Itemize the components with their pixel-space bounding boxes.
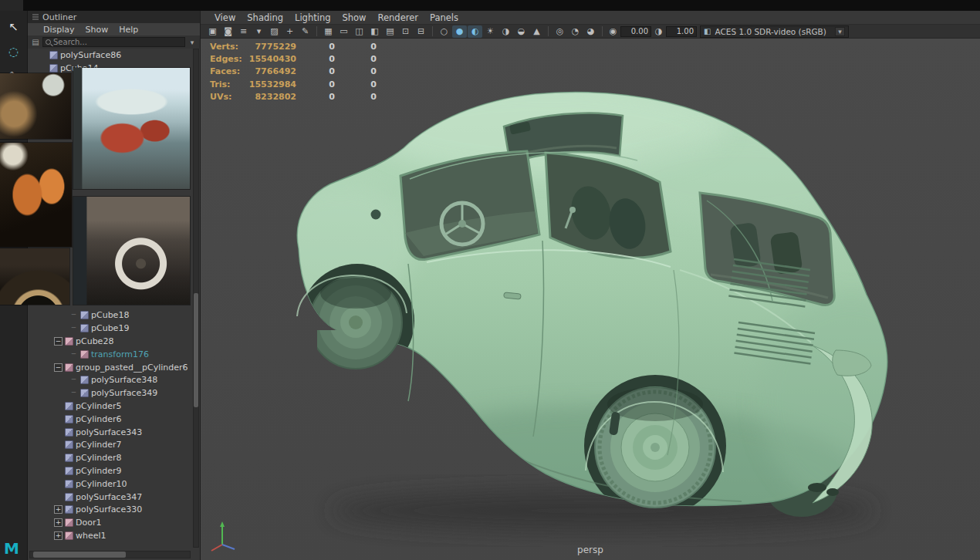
rear-wheel[interactable]	[595, 387, 715, 508]
viewport-toolbar: ▣◙≡▾▨+✎▦▭◫◧▤⊡⊟○●◐☀◑◒▲◎◔◕ ◉ ◑ ◧ ACES 1.0 …	[201, 25, 980, 39]
outliner-menu-show[interactable]: Show	[86, 25, 109, 35]
search-input[interactable]	[53, 38, 182, 46]
outliner-item-polySurface347[interactable]: polySurface347	[28, 491, 192, 504]
panel-grip-icon[interactable]	[32, 14, 39, 20]
mesh-node-icon	[65, 480, 73, 488]
outliner-item-group_pasted__pCylinder6[interactable]: −group_pasted__pCylinder6	[28, 361, 192, 374]
lock-camera-icon[interactable]: ◙	[221, 25, 235, 38]
front-wheel[interactable]	[309, 276, 402, 369]
reference-image-interior-1[interactable]	[0, 73, 71, 139]
expander-plus-icon[interactable]: +	[54, 531, 63, 540]
search-box[interactable]	[42, 37, 185, 47]
outliner-item-pCylinder9[interactable]: pCylinder9	[28, 464, 192, 477]
viewport-menu-lighting[interactable]: Lighting	[295, 12, 330, 23]
gamma-icon[interactable]: ◑	[651, 25, 666, 38]
outliner-menu-display[interactable]: Display	[43, 25, 75, 35]
outliner-item-label: polySurface347	[76, 492, 142, 502]
reference-image-steering-wheel[interactable]	[73, 197, 190, 305]
outliner-item-label: pCylinder5	[76, 401, 122, 411]
shaded-icon[interactable]: ●	[452, 25, 467, 38]
outliner-item-polySurface348[interactable]: ─polySurface348	[28, 374, 192, 387]
bookmarks-icon[interactable]: ▾	[252, 25, 266, 38]
outliner-item-polySurface343[interactable]: polySurface343	[28, 426, 192, 439]
outliner-item-label: pCube18	[91, 310, 129, 320]
wireframe-icon[interactable]: ○	[437, 25, 451, 38]
shadows-icon[interactable]: ◑	[498, 25, 513, 38]
gate-mask-icon[interactable]: ◧	[367, 25, 382, 38]
mesh-node-icon	[65, 467, 73, 475]
ambient-occlusion-icon[interactable]: ◒	[514, 25, 529, 38]
outliner-item-pCylinder8[interactable]: pCylinder8	[28, 451, 192, 464]
exposure-field[interactable]	[620, 26, 651, 37]
viewport-menu-shading[interactable]: Shading	[247, 12, 283, 23]
vertical-scroll-thumb[interactable]	[194, 293, 198, 407]
expander-minus-icon[interactable]: −	[54, 363, 63, 372]
outliner-item-polySurface86[interactable]: polySurface86	[28, 49, 192, 62]
film-gate-icon[interactable]: ▭	[336, 25, 351, 38]
hud-c2: 0	[296, 42, 335, 52]
isolate-select-icon[interactable]: ◎	[553, 25, 567, 38]
viewport-menu-show[interactable]: Show	[343, 12, 367, 23]
viewport-canvas[interactable]: Verts:777522900Edges:1554043000Faces:776…	[201, 39, 980, 560]
outliner-menu-help[interactable]: Help	[119, 25, 138, 35]
outliner-item-pCylinder5[interactable]: pCylinder5	[28, 400, 192, 413]
gamma-field[interactable]	[666, 26, 697, 37]
outliner-item-pCube19[interactable]: ─pCube19	[28, 322, 192, 335]
resolution-gate-icon[interactable]: ◫	[352, 25, 367, 38]
grease-pencil-icon[interactable]: ✎	[298, 25, 313, 38]
toolbar-separator	[432, 26, 433, 36]
chevron-down-icon[interactable]: ▾	[835, 27, 845, 36]
select-tool-icon[interactable]: ↖	[5, 19, 22, 35]
viewport-menu-panels[interactable]: Panels	[430, 12, 458, 23]
outliner-item-Door1[interactable]: +Door1	[28, 516, 192, 529]
exposure-icon[interactable]: ◉	[606, 25, 620, 38]
hud-total: 7775229	[245, 42, 296, 52]
outliner-item-wheel1[interactable]: +wheel1	[28, 529, 192, 542]
select-camera-icon[interactable]: ▣	[205, 25, 220, 38]
tree-connector: ─	[69, 350, 78, 359]
pan-zoom-icon[interactable]: +	[282, 25, 297, 38]
viewport-menu-renderer[interactable]: Renderer	[378, 12, 419, 23]
xray-icon[interactable]: ◔	[568, 25, 583, 38]
use-all-lights-icon[interactable]: ☀	[483, 25, 498, 38]
outliner-horizontal-scrollbar[interactable]	[29, 551, 191, 558]
textured-icon[interactable]: ◐	[468, 25, 482, 38]
hud-row-uvs: UVs:823280200	[210, 91, 377, 103]
outliner-item-pCylinder6[interactable]: pCylinder6	[28, 413, 192, 426]
filter-icon[interactable]: ▤	[31, 38, 40, 46]
grid-icon[interactable]: ▦	[321, 25, 336, 38]
search-options-caret-icon[interactable]: ▾	[188, 39, 197, 46]
outliner-item-pCube28[interactable]: −pCube28	[28, 335, 192, 348]
reference-image-orange-interior[interactable]	[0, 143, 72, 247]
xray-joints-icon[interactable]: ◕	[583, 25, 598, 38]
field-chart-icon[interactable]: ▤	[383, 25, 397, 38]
view-transform-dropdown[interactable]: ◧ ACES 1.0 SDR-video (sRGB) ▾	[700, 25, 849, 38]
expander-minus-icon[interactable]: −	[54, 337, 63, 346]
outliner-item-polySurface349[interactable]: ─polySurface349	[28, 386, 192, 400]
lasso-tool-icon[interactable]: ◌	[5, 43, 22, 60]
hud-c3: 0	[335, 66, 377, 76]
mesh-node-icon	[65, 440, 73, 449]
safe-title-icon[interactable]: ⊟	[414, 25, 428, 38]
horizontal-scroll-thumb[interactable]	[33, 552, 126, 558]
outliner-item-pCube18[interactable]: ─pCube18	[28, 309, 192, 322]
outliner-item-transform176[interactable]: ─transform176	[28, 348, 192, 361]
tree-indent	[39, 64, 47, 73]
mesh-node-icon	[65, 505, 73, 514]
camera-attributes-icon[interactable]: ≡	[236, 25, 251, 38]
outliner-item-pCylinder10[interactable]: pCylinder10	[28, 477, 192, 491]
reference-image-car-red-seats[interactable]	[73, 68, 190, 189]
safe-action-icon[interactable]: ⊡	[398, 25, 413, 38]
outliner-item-pCylinder7[interactable]: pCylinder7	[28, 439, 192, 452]
poly-count-hud: Verts:777522900Edges:1554043000Faces:776…	[210, 40, 377, 103]
maya-logo: M	[4, 539, 19, 558]
mesh-node-icon	[49, 51, 58, 59]
anti-aliasing-icon[interactable]: ▲	[529, 25, 544, 38]
outliner-vertical-scrollbar[interactable]	[193, 49, 199, 548]
outliner-item-polySurface330[interactable]: +polySurface330	[28, 504, 192, 517]
reference-image-dashboard[interactable]	[0, 248, 69, 305]
expander-plus-icon[interactable]: +	[54, 518, 63, 527]
image-plane-icon[interactable]: ▨	[267, 25, 282, 38]
expander-plus-icon[interactable]: +	[54, 505, 63, 514]
viewport-menu-view[interactable]: View	[215, 12, 235, 23]
